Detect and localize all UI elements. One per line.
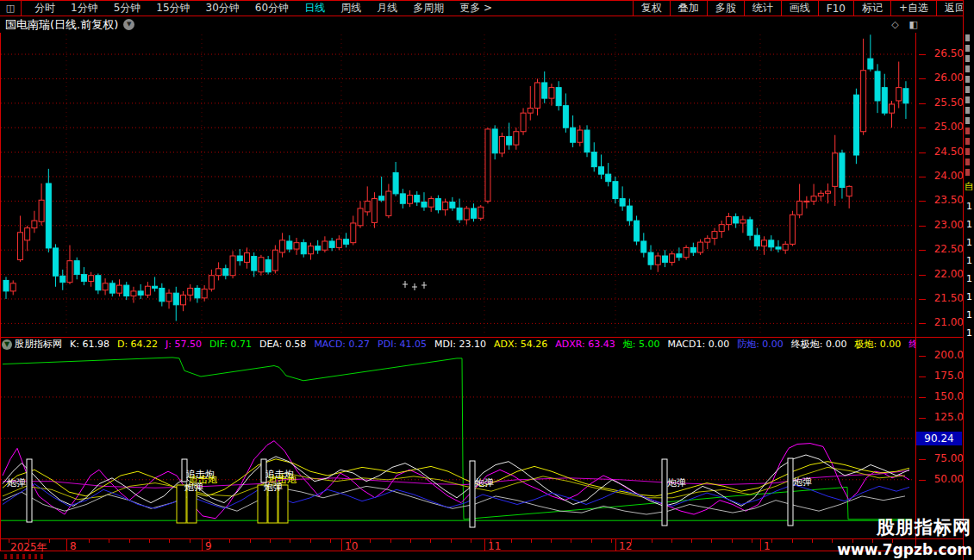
indicator-label-50.00: 50.00 xyxy=(931,474,964,485)
week-tick xyxy=(109,539,109,543)
indicator-value-极炮: 极炮: 0.00 xyxy=(855,338,902,351)
signal-label-炮弹: 炮弹 xyxy=(667,478,686,488)
axis-tick xyxy=(919,376,926,377)
axis-tick xyxy=(919,480,926,481)
right-panel-edge[interactable]: 自11111111 xyxy=(963,0,974,560)
clipped-quote-digit: 1 xyxy=(966,238,974,247)
indicator-source: ▼ 股朋指标网 xyxy=(2,338,62,351)
week-tick xyxy=(792,539,793,543)
week-tick xyxy=(591,539,592,543)
axis-tick xyxy=(919,152,926,153)
price-label-21.00: 21.00 xyxy=(931,317,964,328)
clipped-glyph xyxy=(965,65,970,72)
clipped-glyph xyxy=(965,169,970,176)
axis-tick xyxy=(919,103,926,104)
indicator-value-MACD: MACD: 0.27 xyxy=(314,339,370,350)
price-label-23.00: 23.00 xyxy=(931,220,964,231)
indicator-value-DIF: DIF: 0.71 xyxy=(209,339,252,350)
axis-tick xyxy=(919,418,926,419)
indicator-value-防炮: 防炮: 0.00 xyxy=(737,338,784,351)
month-separator xyxy=(202,539,203,551)
clipped-glyph xyxy=(965,55,970,62)
week-tick xyxy=(752,539,752,543)
price-label-22.50: 22.50 xyxy=(931,244,964,255)
indicator-value-ADXR: ADXR: 63.43 xyxy=(555,339,615,350)
week-tick xyxy=(49,539,50,543)
indicator-current-value: 90.24 xyxy=(916,432,962,445)
indicator-value-终极: 终极: 0.00 xyxy=(908,338,915,351)
axis-tick xyxy=(919,177,926,177)
clipped-glyph xyxy=(965,107,970,114)
week-tick xyxy=(771,539,772,543)
week-tick xyxy=(410,539,411,543)
price-label-26.00: 26.00 xyxy=(931,72,964,84)
indicator-value-PDI: PDI: 41.05 xyxy=(378,339,427,350)
week-tick xyxy=(129,539,130,543)
panel-separator xyxy=(0,337,963,338)
month-label-11: 11 xyxy=(488,540,501,552)
axis-tick xyxy=(919,299,926,300)
month-label-10: 10 xyxy=(345,540,358,552)
axis-tick xyxy=(919,54,926,55)
price-label-26.50: 26.50 xyxy=(931,48,964,59)
indicator-value-炮: 炮: 5.00 xyxy=(623,338,660,351)
week-tick xyxy=(430,539,431,543)
chart-canvas[interactable] xyxy=(0,0,974,560)
axis-tick xyxy=(919,397,926,398)
axis-tick xyxy=(919,201,926,202)
indicator-label-75.00: 75.00 xyxy=(931,453,964,464)
clipped-quote-digit: 1 xyxy=(966,310,974,320)
week-tick xyxy=(370,539,371,543)
collapse-icon[interactable]: ▼ xyxy=(2,339,12,350)
week-tick xyxy=(330,539,331,543)
indicator-label-150.0: 150.0 xyxy=(931,391,964,402)
signal-label-炮弹: 炮弹 xyxy=(264,482,283,492)
week-tick xyxy=(551,539,552,543)
indicator-value-J: J: 57.50 xyxy=(165,339,202,350)
indicator-value-D: D: 64.22 xyxy=(117,339,158,350)
week-tick xyxy=(611,539,612,543)
indicator-value-终极炮: 终极炮: 0.00 xyxy=(791,338,847,351)
clipped-quote-digit: 1 xyxy=(966,202,974,211)
week-tick xyxy=(290,539,290,543)
indicator-label-200.0: 200.0 xyxy=(931,350,964,361)
chart-left-border xyxy=(0,33,1,551)
indicator-label-125.0: 125.0 xyxy=(931,412,964,423)
indicator-label-175.0: 175.0 xyxy=(931,370,964,382)
week-tick xyxy=(190,539,190,543)
week-tick xyxy=(310,539,311,543)
clipped-char-highlight: 自 xyxy=(965,180,974,193)
week-tick xyxy=(511,539,512,543)
month-label-12: 12 xyxy=(619,540,632,552)
month-label-8: 8 xyxy=(70,540,77,552)
price-label-24.50: 24.50 xyxy=(931,146,964,158)
clipped-glyph xyxy=(965,34,970,41)
clipped-glyph xyxy=(965,159,970,165)
axis-tick xyxy=(919,128,926,128)
price-label-23.50: 23.50 xyxy=(931,195,964,206)
clipped-glyph xyxy=(965,138,970,145)
month-separator xyxy=(484,539,485,551)
indicator-value-MACD1: MACD1: 0.00 xyxy=(667,339,729,350)
week-tick xyxy=(471,539,471,543)
week-tick xyxy=(691,539,692,543)
clipped-glyph xyxy=(965,86,970,93)
week-tick xyxy=(711,539,712,543)
indicator-value-ADX: ADX: 54.26 xyxy=(494,339,547,350)
week-tick xyxy=(169,539,170,543)
week-tick xyxy=(229,539,230,543)
indicator-source-label: 股朋指标网 xyxy=(15,338,62,351)
clipped-glyph xyxy=(965,45,970,52)
watermark-url: www.7gpzb.com xyxy=(837,541,972,558)
signal-label-炮弹: 炮弹 xyxy=(7,478,26,488)
axis-tick xyxy=(919,250,926,251)
week-tick xyxy=(89,539,90,543)
month-separator xyxy=(66,539,67,551)
week-tick xyxy=(270,539,271,543)
axis-tick xyxy=(919,323,926,324)
indicator-header: ▼ 股朋指标网 K: 61.98D: 64.22J: 57.50DIF: 0.7… xyxy=(0,338,915,351)
signal-label-炮弹: 炮弹 xyxy=(793,477,812,487)
axis-tick xyxy=(919,356,926,357)
signal-label-炮弹: 炮弹 xyxy=(475,478,494,488)
chart-right-border xyxy=(915,33,916,551)
